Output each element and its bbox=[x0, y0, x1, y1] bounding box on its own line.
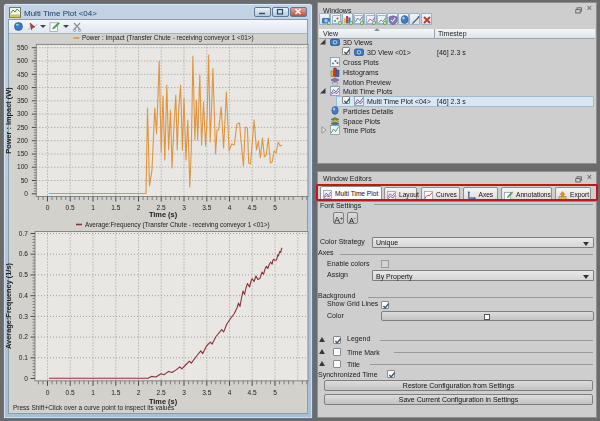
svg-text:550: 550 bbox=[17, 44, 28, 51]
svg-text:3: 3 bbox=[182, 389, 186, 396]
svg-text:0.7: 0.7 bbox=[19, 230, 28, 237]
svg-text:3.5: 3.5 bbox=[202, 389, 211, 396]
svg-text:4: 4 bbox=[228, 204, 232, 211]
svg-text:0: 0 bbox=[24, 190, 28, 197]
svg-text:4: 4 bbox=[228, 389, 232, 396]
svg-text:0.5: 0.5 bbox=[19, 271, 28, 278]
svg-text:1: 1 bbox=[91, 204, 95, 211]
svg-text:3: 3 bbox=[182, 204, 186, 211]
svg-text:100: 100 bbox=[17, 163, 28, 170]
svg-text:0.6: 0.6 bbox=[19, 250, 28, 257]
svg-text:Power : Impact (Transfer Chute: Power : Impact (Transfer Chute - receivi… bbox=[82, 34, 254, 42]
svg-text:0.5: 0.5 bbox=[66, 389, 75, 396]
svg-text:250: 250 bbox=[17, 124, 28, 131]
svg-text:1: 1 bbox=[91, 389, 95, 396]
svg-text:Average:Frequency (Transfer Ch: Average:Frequency (Transfer Chute - rece… bbox=[85, 221, 270, 229]
svg-text:450: 450 bbox=[17, 71, 28, 78]
svg-text:Time (s): Time (s) bbox=[149, 397, 178, 406]
svg-text:0: 0 bbox=[46, 204, 50, 211]
svg-text:0.2: 0.2 bbox=[19, 333, 28, 340]
svg-text:2.5: 2.5 bbox=[157, 389, 166, 396]
svg-text:350: 350 bbox=[17, 97, 28, 104]
svg-text:4.5: 4.5 bbox=[248, 204, 257, 211]
svg-text:5: 5 bbox=[273, 204, 277, 211]
svg-text:Average:Frequency (1/s): Average:Frequency (1/s) bbox=[4, 262, 13, 349]
svg-text:0.1: 0.1 bbox=[19, 354, 28, 361]
svg-text:0.3: 0.3 bbox=[19, 313, 28, 320]
svg-text:Time (s): Time (s) bbox=[149, 210, 178, 219]
svg-text:0: 0 bbox=[46, 389, 50, 396]
svg-text:1.5: 1.5 bbox=[111, 389, 120, 396]
svg-text:3.5: 3.5 bbox=[202, 204, 211, 211]
svg-text:400: 400 bbox=[17, 84, 28, 91]
svg-text:300: 300 bbox=[17, 110, 28, 117]
svg-text:500: 500 bbox=[17, 57, 28, 64]
svg-text:50: 50 bbox=[21, 177, 29, 184]
svg-text:5: 5 bbox=[273, 389, 277, 396]
svg-text:150: 150 bbox=[17, 150, 28, 157]
svg-text:0.4: 0.4 bbox=[19, 292, 28, 299]
svg-text:2: 2 bbox=[137, 204, 141, 211]
svg-text:4.5: 4.5 bbox=[248, 389, 257, 396]
svg-text:0: 0 bbox=[24, 375, 28, 382]
svg-text:200: 200 bbox=[17, 137, 28, 144]
svg-text:Power : Impact (W): Power : Impact (W) bbox=[4, 87, 13, 154]
svg-text:0.5: 0.5 bbox=[66, 204, 75, 211]
svg-text:2: 2 bbox=[137, 389, 141, 396]
svg-text:1.5: 1.5 bbox=[111, 204, 120, 211]
